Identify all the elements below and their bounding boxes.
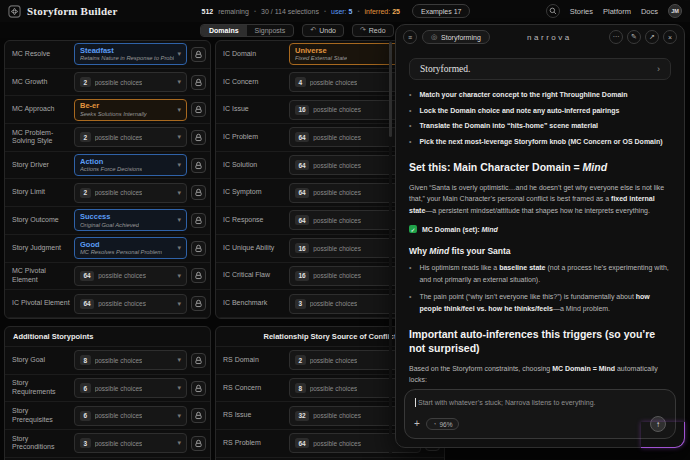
remaining-count: 512	[201, 8, 213, 15]
lock-button[interactable]	[191, 296, 206, 311]
storypoint-row: MC ApproachBe-erSeeks Solutions Internal…	[5, 96, 210, 124]
menu-button[interactable]: ≡	[403, 30, 417, 44]
checklist-text: Match your character concept to the righ…	[419, 90, 627, 101]
storyforming-pill[interactable]: ◎ Storyforming	[422, 30, 490, 44]
redo-button[interactable]: ↷ Redo	[352, 24, 394, 37]
search-icon	[549, 7, 557, 15]
main-scrollbar[interactable]	[389, 40, 392, 454]
storypoint-label: IC Solution	[223, 161, 289, 170]
chevron-down-icon: ▾	[174, 384, 181, 392]
lock-button[interactable]	[191, 213, 206, 228]
lock-button[interactable]	[191, 47, 206, 62]
possible-choices-label: possible choices	[310, 300, 358, 307]
scrollbar-thumb[interactable]	[389, 42, 392, 137]
storypoint-dropdown[interactable]: GoodMC Resolves Personal Problem▾	[74, 237, 187, 259]
chevron-down-icon: ▾	[174, 106, 181, 114]
nav-link-docs[interactable]: Docs	[641, 7, 658, 16]
tab-domains[interactable]: Domains	[201, 25, 247, 36]
storypoint-row: MC Pivotal Element64possible choices▾	[5, 263, 210, 291]
chat-message-area: Storyformed. › •Match your character con…	[396, 50, 684, 383]
lock-button[interactable]	[191, 158, 206, 173]
storypoint-dropdown[interactable]: 2possible choices▾	[74, 183, 187, 203]
storypoint-label: Story Prerequisites	[12, 407, 74, 425]
storypoint-dropdown[interactable]: SuccessOriginal Goal Achieved▾	[74, 209, 187, 231]
choice-count-badge: 16	[295, 271, 309, 281]
selected-description: Actions Force Decisions	[80, 166, 142, 173]
selections-count: 30 / 114 selections	[261, 8, 319, 15]
lock-icon	[194, 299, 203, 308]
lock-button[interactable]	[191, 241, 206, 256]
chevron-down-icon: ▾	[174, 133, 181, 141]
choice-count-badge: 3	[295, 299, 306, 309]
storypoint-dropdown[interactable]: Be-erSeeks Solutions Internally▾	[74, 99, 187, 121]
possible-choices-label: possible choices	[313, 134, 361, 141]
nav-link-stories[interactable]: Stories	[570, 7, 593, 16]
bullet-text: The pain point (“why isn’t everyone like…	[419, 291, 671, 314]
why-mind-bullets: •His optimism reads like a baseline stat…	[409, 262, 671, 314]
lock-button[interactable]	[191, 102, 206, 117]
more-options-button[interactable]: ⋯	[609, 30, 623, 44]
bullet-icon: •	[409, 137, 411, 148]
lock-icon	[194, 356, 203, 365]
selected-description: Retains Nature in Response to Problem	[80, 55, 174, 62]
close-button[interactable]: ×	[663, 30, 677, 44]
lock-button[interactable]	[191, 268, 206, 283]
chevron-down-icon: ▾	[174, 412, 181, 420]
dot-separator: •	[254, 8, 256, 14]
possible-choices-label: possible choices	[98, 272, 146, 279]
edit-button[interactable]: ✎	[627, 30, 641, 44]
storypoint-dropdown[interactable]: 6possible choices▾	[74, 406, 187, 426]
lock-button[interactable]	[191, 185, 206, 200]
storypoint-label: Story Driver	[12, 161, 74, 170]
text-cursor	[415, 398, 416, 407]
search-button[interactable]	[546, 4, 560, 18]
storypoint-dropdown[interactable]: 64possible choices▾	[74, 294, 187, 314]
lock-button[interactable]	[191, 353, 206, 368]
tab-signposts[interactable]: Signposts	[247, 25, 294, 36]
user-avatar[interactable]: JM	[668, 4, 682, 18]
send-button[interactable]: ↑	[650, 416, 666, 432]
lock-icon	[194, 161, 203, 170]
lock-button[interactable]	[191, 75, 206, 90]
storypoint-dropdown[interactable]: ActionActions Force Decisions▾	[74, 154, 187, 176]
nav-link-platform[interactable]: Platform	[603, 7, 631, 16]
chevron-down-icon: ▾	[174, 189, 181, 197]
attach-button[interactable]: +	[414, 419, 420, 429]
storypoint-label: Story Outcome	[12, 216, 74, 225]
remaining-label: remaining	[218, 8, 249, 15]
chevron-down-icon: ▾	[174, 161, 181, 169]
expand-button[interactable]: ↗	[645, 30, 659, 44]
choice-count-badge: 4	[295, 77, 306, 87]
lock-icon	[194, 188, 203, 197]
storypoint-dropdown[interactable]: 6possible choices▾	[74, 378, 187, 398]
storypoint-label: Story Limit	[12, 188, 74, 197]
panel-title: Additional Storypoints	[5, 327, 210, 347]
storypoint-dropdown[interactable]: 2possible choices▾	[74, 72, 187, 92]
storypoint-row: Story JudgmentGoodMC Resolves Personal P…	[5, 235, 210, 263]
lock-button[interactable]	[191, 436, 206, 451]
storypoint-dropdown[interactable]: 2possible choices▾	[74, 127, 187, 147]
chat-input[interactable]: Start with whatever’s stuck; Narrova lis…	[404, 389, 676, 439]
selected-value: Success	[80, 212, 139, 221]
lock-button[interactable]	[191, 381, 206, 396]
storypoint-dropdown[interactable]: SteadfastRetains Nature in Response to P…	[74, 43, 187, 65]
chevron-down-icon: ▾	[174, 300, 181, 308]
storyform-stats: 512 remaining • 30 / 114 selections • us…	[201, 8, 399, 15]
lock-button[interactable]	[191, 130, 206, 145]
examples-button[interactable]: Examples 17	[412, 4, 470, 18]
possible-choices-label: possible choices	[310, 79, 358, 86]
undo-button[interactable]: ↶ Undo	[302, 24, 344, 37]
storypoint-dropdown[interactable]: 3possible choices▾	[74, 433, 187, 453]
context-usage-pill[interactable]: ◔ 96%	[426, 418, 460, 430]
storyformed-collapsed-card[interactable]: Storyformed. ›	[409, 58, 671, 80]
lock-button[interactable]	[191, 408, 206, 423]
auto-inferences-paragraph: Based on the Storyform constraints, choo…	[409, 363, 671, 383]
possible-choices-label: possible choices	[95, 189, 143, 196]
selected-value: Be-er	[80, 101, 147, 110]
storypoint-dropdown[interactable]: 64possible choices▾	[74, 266, 187, 286]
checklist-text: Pick the next most-leverage Storyform kn…	[419, 137, 662, 148]
storypoint-dropdown[interactable]: 8possible choices▾	[74, 350, 187, 370]
possible-choices-label: possible choices	[313, 217, 361, 224]
storypoint-label: IC Problem	[223, 133, 289, 142]
chevron-right-icon: ›	[657, 64, 660, 74]
